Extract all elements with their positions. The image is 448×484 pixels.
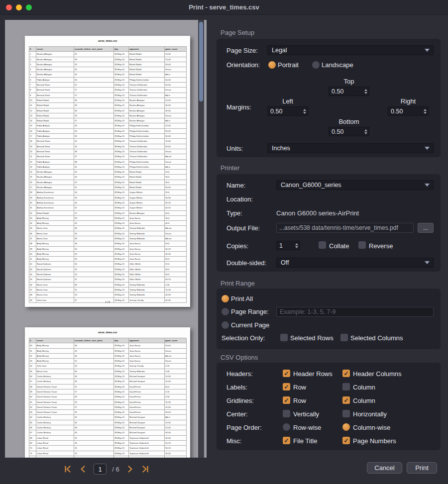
selection-only-label: Selection Only: [222,334,265,342]
double-sided-value: Off [281,259,289,266]
stepper-buttons[interactable] [303,107,306,115]
landscape-radio[interactable] [312,61,320,69]
current-page-radio[interactable] [222,321,229,329]
margin-bottom-stepper[interactable]: 0.50 [329,127,369,136]
copies-label: Copies: [226,242,248,250]
gridlines-column-label: Column [353,397,375,404]
file-title-checkbox[interactable]: ✓ [283,437,290,444]
gridlines-row-label: Row [293,397,306,404]
stepper-buttons[interactable] [364,127,367,136]
previous-page-button[interactable] [78,464,88,474]
selected-rows-label: Selected Rows [290,334,334,342]
printer-location-label: Location: [226,195,253,203]
page-size-value: Legal [272,47,287,54]
page-numbers-checkbox[interactable]: ✓ [342,437,350,444]
step-down-icon[interactable] [364,132,367,134]
step-up-icon[interactable] [364,129,367,131]
stepper-buttons[interactable] [364,87,367,96]
row-wise-radio[interactable] [283,423,290,431]
selected-columns-checkbox[interactable]: ✓ [340,334,348,341]
preview-page-2: serve_times.csv 0serverseconds_before_ne… [25,327,190,458]
preview-page-1: serve_times.csv 0serverseconds_before_ne… [25,36,190,307]
page-range-radio[interactable] [222,308,229,315]
center-horizontally-checkbox[interactable]: ✓ [342,410,350,417]
margin-bottom-label: Bottom [329,118,369,125]
step-up-icon[interactable] [303,109,306,111]
column-wise-label: Column-wise [353,424,390,431]
margin-top-stepper[interactable]: 0.50 [329,87,369,96]
browse-button[interactable]: ... [418,223,434,233]
labels-row-checkbox[interactable]: ✓ [283,383,290,390]
step-up-icon[interactable] [424,109,427,111]
copies-stepper[interactable]: 1 [276,241,300,250]
check-icon: ✓ [343,438,348,444]
print-button[interactable]: Print [407,462,437,474]
last-page-button[interactable] [140,464,150,474]
margin-right-stepper[interactable]: 0.50 [388,106,429,116]
print-range-panel: Print All Page Range: Current Page Selec… [217,289,441,349]
preview-scrollbar-track[interactable] [198,20,204,458]
center-vertically-checkbox[interactable]: ✓ [283,410,290,417]
collate-label: Collate [329,242,349,250]
page-navigation: 1 / 6 [63,463,150,476]
page-range-input[interactable] [276,307,434,317]
step-up-icon[interactable] [295,243,298,245]
column-wise-radio[interactable] [342,423,350,431]
current-page-input[interactable]: 1 [94,464,107,475]
units-dropdown[interactable]: Inches [267,143,434,153]
next-page-button[interactable] [125,464,135,474]
step-up-icon[interactable] [364,89,367,91]
margin-top-value: 0.50 [332,88,343,95]
first-page-button[interactable] [63,464,73,474]
double-sided-dropdown[interactable]: Off [276,258,434,268]
page-size-label: Page Size: [226,47,258,54]
gridlines-row-checkbox[interactable]: ✓ [283,396,290,404]
step-down-icon[interactable] [303,112,306,114]
page-setup-panel: Page Size: Legal Orientation: Portrait L… [217,39,441,157]
reverse-label: Reverse [369,242,393,250]
step-down-icon[interactable] [295,246,298,248]
step-down-icon[interactable] [424,112,427,114]
row-wise-label: Row-wise [293,424,321,431]
portrait-radio[interactable] [268,61,276,69]
labels-row-label: Row [293,384,306,391]
header-rows-label: Header Rows [293,370,333,378]
selected-rows-checkbox[interactable]: ✓ [280,334,288,341]
header-rows-checkbox[interactable]: ✓ [283,370,290,377]
labels-column-checkbox[interactable]: ✓ [342,383,350,390]
headers-label: Headers: [226,370,253,378]
stepper-buttons[interactable] [295,241,298,250]
print-all-radio[interactable] [222,295,229,302]
collate-checkbox[interactable]: ✓ [319,241,326,249]
cancel-button[interactable]: Cancel [367,462,402,474]
printer-name-value: Canon_G6000_series [281,182,341,189]
output-file-field[interactable]: ...asets/538 data/tennis-time/serve_time… [276,223,414,233]
labels-label: Labels: [226,384,247,391]
margins-label: Margins: [226,103,251,111]
check-icon: ✓ [284,371,289,377]
copies-value: 1 [279,242,283,249]
gridlines-label: Gridlines: [226,397,254,404]
check-icon: ✓ [284,384,289,390]
page-size-dropdown[interactable]: Legal [267,45,434,55]
gridlines-column-checkbox[interactable]: ✓ [342,396,350,404]
printer-name-label: Name: [226,182,245,189]
margin-top-label: Top [329,78,369,85]
preview-scrollbar-thumb[interactable] [199,22,203,101]
csv-options-section-title: CSV Options [221,354,258,361]
header-columns-checkbox[interactable]: ✓ [342,370,350,377]
center-label: Center: [226,410,248,418]
landscape-radio-label: Landscape [322,61,353,69]
stepper-buttons[interactable] [424,107,427,115]
page-total-label: / 6 [112,466,119,473]
chevron-down-icon [425,261,430,264]
printer-name-dropdown[interactable]: Canon_G6000_series [276,180,434,190]
margin-left-stepper[interactable]: 0.50 [267,106,308,116]
page-numbers-label: Page Numbers [353,437,396,445]
preview-page-2-table: 0serverseconds_before_next_pointdayoppon… [29,338,187,458]
margin-bottom-value: 0.50 [332,128,343,135]
reverse-checkbox[interactable]: ✓ [358,241,366,249]
step-down-icon[interactable] [364,92,367,94]
print-dialog-window: Print - serve_times.csv serve_times.csv … [0,0,448,484]
portrait-radio-label: Portrait [278,61,299,69]
